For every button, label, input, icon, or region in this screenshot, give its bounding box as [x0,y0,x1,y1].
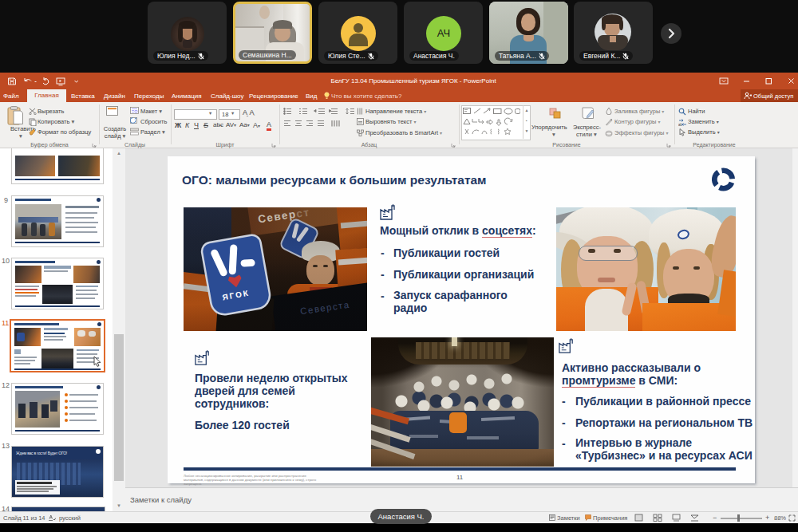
svg-text:ab: ab [678,123,683,127]
